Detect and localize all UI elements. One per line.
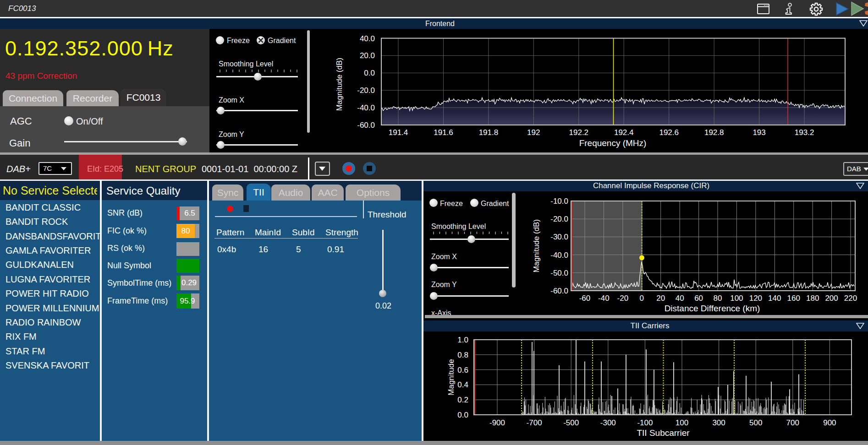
svg-text:TII Subcarrier: TII Subcarrier xyxy=(637,428,690,438)
svg-text:0.0: 0.0 xyxy=(457,411,468,419)
svg-text:0.4: 0.4 xyxy=(457,380,468,389)
svg-text:-500: -500 xyxy=(563,418,579,427)
svg-text:-900: -900 xyxy=(489,418,505,427)
svg-text:100: 100 xyxy=(676,418,688,427)
svg-text:Magnitude: Magnitude xyxy=(447,359,456,395)
svg-text:700: 700 xyxy=(786,418,799,427)
svg-text:300: 300 xyxy=(712,418,725,427)
svg-text:900: 900 xyxy=(823,418,836,427)
svg-text:-100: -100 xyxy=(637,418,653,427)
svg-text:-300: -300 xyxy=(600,418,616,427)
svg-text:500: 500 xyxy=(749,418,762,427)
svg-text:0.8: 0.8 xyxy=(457,351,468,359)
svg-text:0.2: 0.2 xyxy=(457,396,468,404)
svg-text:-700: -700 xyxy=(527,418,542,427)
svg-text:0.6: 0.6 xyxy=(457,366,468,374)
svg-text:1.0: 1.0 xyxy=(457,336,468,344)
